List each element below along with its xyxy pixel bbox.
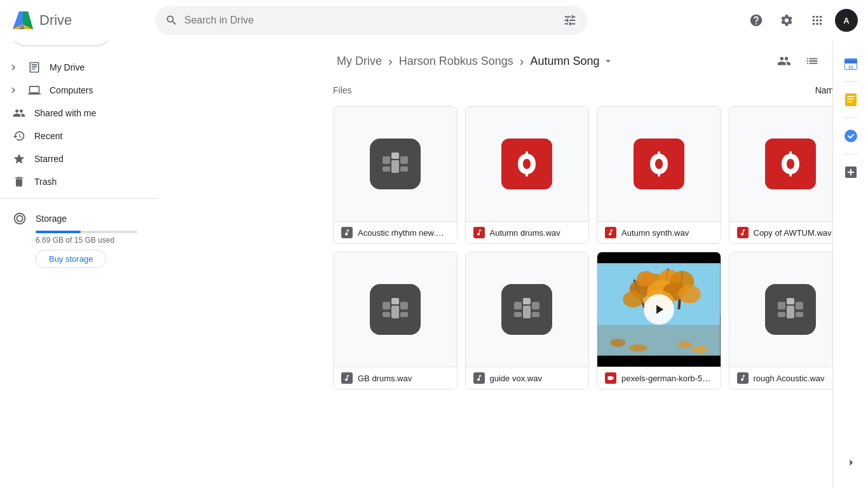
files-grid: Acoustic rhythm new.wav	[318, 101, 868, 405]
dropdown-arrow-icon	[602, 55, 614, 67]
sidebar-item-trash[interactable]: Trash	[0, 170, 149, 193]
file-name-7: rough Acoustic.wav	[754, 374, 845, 383]
svg-rect-75	[847, 101, 852, 102]
file-type-icon-4	[341, 372, 353, 384]
breadcrumb-current[interactable]: Autumn Song	[526, 52, 617, 71]
chevron-right-panel-icon	[844, 456, 857, 469]
file-footer-4: GB drums.wav	[334, 367, 457, 389]
file-footer-5: guide vox.wav	[466, 367, 589, 389]
svg-rect-64	[796, 312, 803, 317]
svg-rect-37	[532, 312, 539, 317]
svg-rect-14	[400, 156, 408, 164]
svg-rect-13	[383, 156, 390, 164]
svg-rect-73	[847, 96, 855, 97]
file-footer-1: Autumn drums.wav	[466, 221, 589, 243]
svg-rect-74	[847, 98, 853, 100]
sidebar-item-computers[interactable]: Computers	[0, 79, 149, 102]
breadcrumb-harson[interactable]: Harson Robkus Songs	[395, 52, 517, 71]
svg-rect-18	[391, 152, 399, 159]
file-type-icon-6	[605, 372, 616, 384]
file-thumb-1	[466, 107, 589, 221]
file-thumb-0	[334, 107, 457, 221]
file-card-1[interactable]: Autumn drums.wav	[465, 106, 590, 244]
file-card-5[interactable]: guide vox.wav	[465, 252, 590, 390]
trash-icon	[13, 175, 25, 188]
svg-point-59	[677, 341, 692, 348]
svg-rect-27	[789, 172, 792, 177]
search-input[interactable]	[184, 15, 557, 26]
starred-label: Starred	[34, 154, 64, 164]
computers-icon	[28, 84, 41, 97]
svg-rect-65	[787, 306, 794, 318]
svg-rect-32	[391, 306, 399, 318]
search-filter-icon[interactable]	[563, 13, 577, 27]
svg-point-60	[691, 346, 708, 353]
svg-rect-36	[514, 312, 522, 317]
svg-rect-16	[400, 166, 408, 172]
storage-section: Storage 6.69 GB of 15 GB used Buy storag…	[0, 204, 159, 273]
svg-rect-39	[523, 298, 531, 304]
apps-grid-icon	[810, 13, 824, 27]
file-name-0: Acoustic rhythm new.wav	[358, 228, 449, 238]
sidebar-item-starred[interactable]: Starred	[0, 147, 149, 170]
svg-rect-35	[532, 302, 539, 309]
svg-rect-34	[514, 302, 522, 309]
file-card-0[interactable]: Acoustic rhythm new.wav	[333, 106, 458, 244]
play-icon	[651, 302, 667, 317]
collapse-panel-button[interactable]	[838, 450, 864, 475]
storage-label-text: Storage	[36, 214, 67, 224]
files-label: Files	[333, 85, 810, 95]
topbar-right: A	[743, 8, 858, 33]
file-thumb-5	[466, 252, 589, 367]
add-panel-button[interactable]	[838, 159, 864, 185]
file-name-5: guide vox.wav	[490, 374, 581, 383]
user-avatar[interactable]: A	[835, 9, 858, 32]
right-panel-divider-1	[843, 81, 858, 82]
sidebar-item-shared[interactable]: Shared with me	[0, 102, 149, 125]
sidebar: New My Drive Computers Shared with me Re…	[0, 0, 159, 488]
sidebar-item-my-drive[interactable]: My Drive	[0, 56, 149, 79]
svg-rect-38	[523, 306, 531, 318]
breadcrumb-sep-1: ›	[388, 54, 393, 69]
app-name: Drive	[39, 12, 72, 29]
svg-rect-33	[391, 298, 399, 304]
svg-rect-62	[796, 302, 803, 309]
file-footer-2: Autumn synth.wav	[597, 221, 721, 243]
tasks-icon	[843, 128, 858, 144]
my-drive-icon	[28, 61, 41, 74]
calendar-icon-btn[interactable]: 31	[838, 51, 864, 76]
svg-rect-24	[658, 172, 660, 177]
svg-point-54	[678, 285, 700, 303]
file-name-2: Autumn synth.wav	[621, 228, 713, 238]
play-button-overlay[interactable]	[644, 294, 674, 325]
list-view-icon	[805, 54, 819, 68]
file-card-2[interactable]: Autumn synth.wav	[597, 106, 721, 244]
svg-point-51	[637, 271, 655, 287]
add-people-icon	[777, 54, 791, 68]
file-card-4[interactable]: GB drums.wav	[333, 252, 458, 390]
apps-icon-btn[interactable]	[804, 8, 830, 33]
svg-rect-66	[787, 298, 794, 304]
share-people-button[interactable]	[771, 48, 797, 74]
calendar-icon: 31	[843, 56, 858, 71]
breadcrumb-my-drive[interactable]: My Drive	[333, 52, 386, 71]
support-icon-btn[interactable]	[743, 8, 769, 33]
tasks-icon-btn[interactable]	[838, 123, 864, 149]
file-card-6[interactable]: pexels-german-korb-5643...	[597, 252, 721, 390]
buy-storage-button[interactable]: Buy storage	[36, 250, 106, 268]
settings-icon	[780, 13, 794, 27]
file-name-1: Autumn drums.wav	[490, 228, 581, 238]
chevron-right-icon-2	[8, 85, 19, 96]
recent-label: Recent	[34, 131, 62, 141]
keep-icon-btn[interactable]	[838, 87, 864, 112]
list-view-button[interactable]	[799, 48, 825, 74]
sidebar-item-recent[interactable]: Recent	[0, 125, 149, 147]
svg-rect-69	[844, 61, 857, 62]
svg-rect-26	[789, 151, 792, 156]
drive-logo-icon	[10, 8, 36, 33]
right-panel: 31	[832, 0, 868, 488]
file-type-icon-7	[737, 372, 749, 384]
svg-rect-15	[383, 166, 390, 172]
settings-icon-btn[interactable]	[774, 8, 799, 33]
svg-rect-20	[526, 151, 528, 156]
